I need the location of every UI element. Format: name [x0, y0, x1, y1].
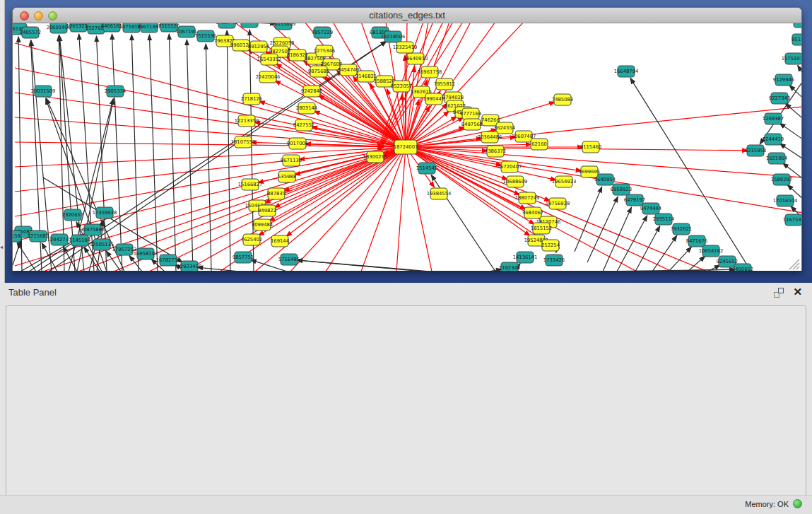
graph-node-yellow[interactable]: 12213359: [235, 115, 259, 127]
graph-node-teal[interactable]: 7515536: [195, 30, 216, 42]
graph-node-yellow[interactable]: 18300295: [363, 151, 388, 163]
graph-node-teal[interactable]: 5716485: [278, 254, 300, 265]
graph-node-teal[interactable]: 19218506: [381, 31, 406, 42]
graph-node-teal[interactable]: 39159: [13, 230, 21, 242]
graph-node-yellow[interactable]: 6497568: [461, 119, 483, 130]
graph-node-yellow[interactable]: 12325419: [393, 42, 418, 53]
graph-node-yellow[interactable]: 9242848: [301, 86, 322, 97]
graph-node-yellow[interactable]: 949822: [258, 205, 276, 216]
graph-node-yellow[interactable]: 1990445: [423, 93, 445, 105]
graph-node-teal[interactable]: 951550: [792, 34, 801, 45]
graph-node-teal[interactable]: 8958923: [611, 184, 632, 195]
graph-node-teal[interactable]: 30975887: [81, 224, 105, 235]
graph-node-yellow[interactable]: 9777169: [460, 108, 481, 119]
graph-node-teal[interactable]: 1514545: [416, 163, 437, 174]
graph-node-teal[interactable]: 1215682: [28, 230, 49, 242]
graph-node-yellow[interactable]: 18807249: [515, 192, 540, 204]
graph-node-yellow[interactable]: 16720407: [498, 161, 522, 173]
graph-node-teal[interactable]: 884130: [793, 23, 801, 28]
graph-node-yellow[interactable]: 887835: [267, 188, 286, 199]
graph-node-teal[interactable]: 16648794: [614, 66, 639, 77]
graph-node-yellow[interactable]: 62160: [531, 139, 548, 150]
graph-node-teal[interactable]: 7932621: [671, 223, 692, 235]
graph-node-teal[interactable]: 12923468: [177, 261, 202, 271]
graph-node-teal[interactable]: 2905334: [105, 86, 126, 97]
graph-node-yellow[interactable]: 252254: [541, 240, 560, 251]
graph-node-teal[interactable]: 9474444: [640, 203, 661, 214]
node-label: 18724007: [394, 144, 418, 150]
graph-node-teal[interactable]: 8471676: [686, 235, 707, 247]
graph-node-yellow[interactable]: 20364486: [478, 132, 502, 143]
float-panel-icon[interactable]: [774, 288, 784, 298]
graph-node-yellow[interactable]: 169144: [271, 235, 289, 247]
graph-node-yellow[interactable]: 18640910: [404, 53, 428, 64]
splitpane-divider[interactable]: ◂: [0, 0, 5, 283]
graph-node-yellow[interactable]: 9115460: [580, 141, 601, 153]
graph-node-teal[interactable]: 6479197: [624, 194, 645, 206]
graph-node-teal[interactable]: 1145194: [69, 235, 90, 246]
graph-node-yellow[interactable]: 3099484: [252, 219, 273, 230]
graph-node-teal[interactable]: 2483741: [216, 23, 237, 28]
graph-node-yellow[interactable]: 18724007: [394, 140, 418, 154]
graph-node-yellow[interactable]: 10688609: [503, 176, 528, 187]
graph-node-yellow[interactable]: 2718126: [241, 93, 262, 105]
graph-node-teal[interactable]: 1192346: [499, 262, 520, 271]
graph-node-yellow[interactable]: 8522057: [391, 81, 412, 92]
graph-node-teal[interactable]: 9129946: [773, 74, 794, 86]
graph-node-teal[interactable]: 1209387: [763, 113, 784, 124]
graph-node-yellow[interactable]: 19384554: [427, 188, 452, 199]
memory-status[interactable]: Memory: OK: [745, 499, 802, 508]
graph-node-yellow[interactable]: 19756928: [546, 198, 570, 209]
graph-node-yellow[interactable]: 16543352: [257, 54, 282, 65]
window-titlebar[interactable]: citations_edges.txt: [13, 8, 801, 23]
graph-node-teal[interactable]: 1167531: [783, 214, 801, 226]
graph-node-teal[interactable]: 1733426: [543, 255, 565, 266]
graph-node-yellow[interactable]: 8912954: [248, 41, 269, 52]
graph-node-yellow[interactable]: 2803144: [296, 103, 317, 114]
graph-node-teal[interactable]: 1244419: [763, 134, 784, 145]
graph-node-yellow[interactable]: 535988: [278, 171, 296, 182]
graph-node-yellow[interactable]: 3684067: [522, 207, 543, 218]
graph-node-teal[interactable]: 1621064: [766, 153, 787, 164]
close-panel-icon[interactable]: ✕: [793, 286, 802, 298]
graph-node-teal[interactable]: 1589297: [771, 174, 792, 185]
graph-node-yellow[interactable]: 7955812: [434, 78, 455, 90]
graph-node-yellow[interactable]: 9875685: [308, 66, 329, 77]
graph-node-teal[interactable]: 10654162: [699, 245, 724, 257]
graph-node-teal[interactable]: 12505135: [90, 239, 114, 250]
graph-node-yellow[interactable]: 18107552: [231, 136, 256, 148]
graph-node-yellow[interactable]: 16961758: [418, 66, 442, 78]
graph-node-teal[interactable]: 20031509: [31, 86, 56, 97]
graph-node-teal[interactable]: 17016504: [773, 195, 798, 206]
graph-node-teal[interactable]: 16958107: [134, 248, 158, 259]
graph-node-yellow[interactable]: 9017006: [287, 138, 308, 149]
splitpane-collapse-icon[interactable]: ◂: [0, 244, 3, 250]
graph-node-teal[interactable]: 7857229: [312, 27, 333, 38]
graph-node-teal[interactable]: 8215958: [745, 145, 766, 156]
graph-node-teal[interactable]: 2320657: [62, 209, 83, 221]
network-canvas[interactable]: 1872400716530724055722069140610653257152…: [13, 23, 801, 271]
graph-node-yellow[interactable]: 7625402: [241, 234, 262, 245]
graph-node-yellow[interactable]: 7386372: [485, 146, 506, 157]
graph-node-teal[interactable]: 2405572: [20, 27, 41, 38]
graph-node-teal[interactable]: 9450652: [732, 264, 753, 271]
graph-node-yellow[interactable]: 7485083: [552, 94, 573, 105]
graph-node-yellow[interactable]: 8427552: [293, 119, 314, 131]
network-view-window[interactable]: citations_edges.txt 18724007165307240557…: [12, 7, 802, 271]
graph-node-yellow[interactable]: 1815152: [531, 223, 552, 234]
graph-node-teal[interactable]: 12942737: [47, 234, 72, 245]
graph-node-yellow[interactable]: 19654923: [552, 176, 577, 187]
network-svg[interactable]: 1872400716530724055722069140610653257152…: [13, 23, 801, 271]
graph-node-teal[interactable]: 1065325: [239, 23, 260, 28]
graph-node-yellow[interactable]: 15166827: [238, 179, 263, 190]
graph-node-teal[interactable]: 2935114: [653, 214, 674, 225]
graph-node-teal[interactable]: 14136141: [513, 252, 538, 263]
graph-node-yellow[interactable]: 8671130: [281, 155, 302, 166]
graph-node-teal[interactable]: 17359928: [93, 207, 117, 218]
graph-node-teal[interactable]: 9857751: [233, 252, 254, 263]
graph-node-yellow[interactable]: 1275346: [314, 45, 335, 57]
graph-node-teal[interactable]: 9227343: [769, 93, 790, 104]
graph-node-yellow[interactable]: 22420046: [256, 71, 281, 83]
graph-node-yellow[interactable]: 9699695: [579, 166, 600, 177]
graph-node-teal[interactable]: 1067191: [176, 26, 197, 37]
